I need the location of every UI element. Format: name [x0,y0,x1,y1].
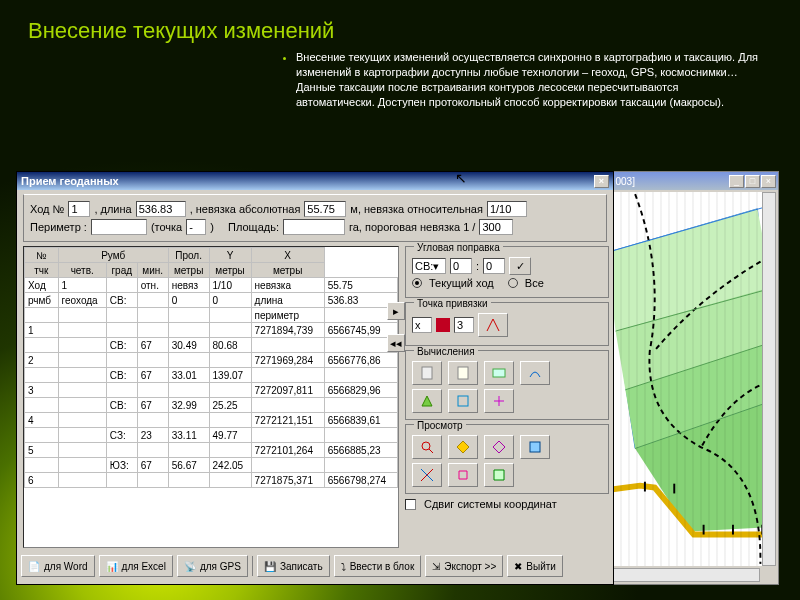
view-btn-3[interactable] [484,435,514,459]
calc-btn-3[interactable] [484,361,514,385]
cell[interactable]: невяз [168,278,209,293]
grid-right-button[interactable]: ▸ [387,302,405,320]
calc-btn-1[interactable] [412,361,442,385]
perim-input[interactable] [91,219,147,235]
cell[interactable] [324,398,397,413]
cell[interactable]: 80.68 [209,338,251,353]
export-gps-button[interactable]: 📡для GPS [177,555,248,577]
cell[interactable]: 0 [209,293,251,308]
cell[interactable] [25,338,59,353]
cell[interactable]: 7272097,811 [251,383,324,398]
cell[interactable]: геохода [58,293,106,308]
cell[interactable] [251,458,324,473]
cell[interactable] [137,323,168,338]
cell[interactable] [106,413,137,428]
view-btn-5[interactable] [412,463,442,487]
cell[interactable] [58,308,106,323]
cell[interactable]: 30.49 [168,338,209,353]
cell[interactable] [137,383,168,398]
cell[interactable] [251,368,324,383]
cell[interactable]: 0 [168,293,209,308]
deg-input[interactable]: 0 [450,258,472,274]
cell[interactable] [58,353,106,368]
calc-btn-5[interactable] [412,389,442,413]
close-button[interactable]: × [761,175,776,188]
cell[interactable]: Ход [25,278,59,293]
cell[interactable]: СВ: [106,293,137,308]
cell[interactable]: СВ: [106,398,137,413]
cell[interactable] [25,368,59,383]
shift-checkbox[interactable] [405,499,416,510]
cell[interactable] [168,308,209,323]
cell[interactable] [58,458,106,473]
cell[interactable]: 33.01 [168,368,209,383]
cell[interactable]: 6 [25,473,59,488]
table-row[interactable]: Ход1отн.невяз1/10невязка55.75 [25,278,398,293]
cell[interactable] [137,308,168,323]
radio-current[interactable] [412,278,422,288]
tochka-input[interactable]: - [186,219,206,235]
view-btn-6[interactable] [448,463,478,487]
cell[interactable]: отн. [137,278,168,293]
close-icon[interactable]: × [594,175,609,188]
table-row[interactable]: СВ:6730.4980.68 [25,338,398,353]
length-input[interactable]: 536.83 [136,201,186,217]
cell[interactable]: 139.07 [209,368,251,383]
grid-left-button[interactable]: ◂◂ [387,334,405,352]
cell[interactable]: СВ: [106,368,137,383]
view-btn-2[interactable] [448,435,478,459]
cell[interactable]: 242.05 [209,458,251,473]
export-word-button[interactable]: 📄для Word [21,555,95,577]
cell[interactable] [25,398,59,413]
cell[interactable]: 6566776,86 [324,353,397,368]
cell[interactable] [251,338,324,353]
to-block-button[interactable]: ⤵Ввести в блок [334,555,422,577]
cell[interactable]: 1 [58,278,106,293]
anchor-pick-button[interactable] [478,313,508,337]
calc-btn-4[interactable] [520,361,550,385]
cell[interactable]: 49.77 [209,428,251,443]
cell[interactable] [168,323,209,338]
cell[interactable] [137,443,168,458]
table-row[interactable]: ЮЗ:6756.67242.05 [25,458,398,473]
cell[interactable]: 6566885,23 [324,443,397,458]
cell[interactable] [58,368,106,383]
anchor-x[interactable]: x [412,317,432,333]
minimize-button[interactable]: _ [729,175,744,188]
cell[interactable]: 5 [25,443,59,458]
cell[interactable] [324,428,397,443]
apply-angle-button[interactable]: ✓ [509,257,531,275]
cell[interactable] [168,443,209,458]
cell[interactable]: 7271969,284 [251,353,324,368]
cell[interactable]: 25.25 [209,398,251,413]
cell[interactable] [106,383,137,398]
cell[interactable] [58,383,106,398]
cell[interactable] [324,458,397,473]
calc-btn-7[interactable] [484,389,514,413]
cell[interactable]: 32.99 [168,398,209,413]
table-row[interactable]: 57272101,2646566885,23 [25,443,398,458]
view-btn-4[interactable] [520,435,550,459]
nevabs-input[interactable]: 55.75 [304,201,346,217]
cell[interactable]: 7272121,151 [251,413,324,428]
cell[interactable] [209,443,251,458]
cell[interactable]: 7272101,264 [251,443,324,458]
threshold-input[interactable]: 300 [479,219,513,235]
cell[interactable] [58,323,106,338]
cell[interactable] [58,413,106,428]
cell[interactable]: 67 [137,338,168,353]
cell[interactable] [25,428,59,443]
cell[interactable]: 4 [25,413,59,428]
cell[interactable] [137,413,168,428]
view-btn-1[interactable] [412,435,442,459]
cell[interactable] [209,308,251,323]
cell[interactable] [106,278,137,293]
cell[interactable] [106,308,137,323]
cell[interactable] [168,413,209,428]
table-row[interactable]: рчмбгеоходаСВ:00длина536.83 [25,293,398,308]
cell[interactable] [168,383,209,398]
hodno-input[interactable]: 1 [68,201,90,217]
table-row[interactable]: СВ:6733.01139.07 [25,368,398,383]
cell[interactable] [58,473,106,488]
cell[interactable]: 55.75 [324,278,397,293]
